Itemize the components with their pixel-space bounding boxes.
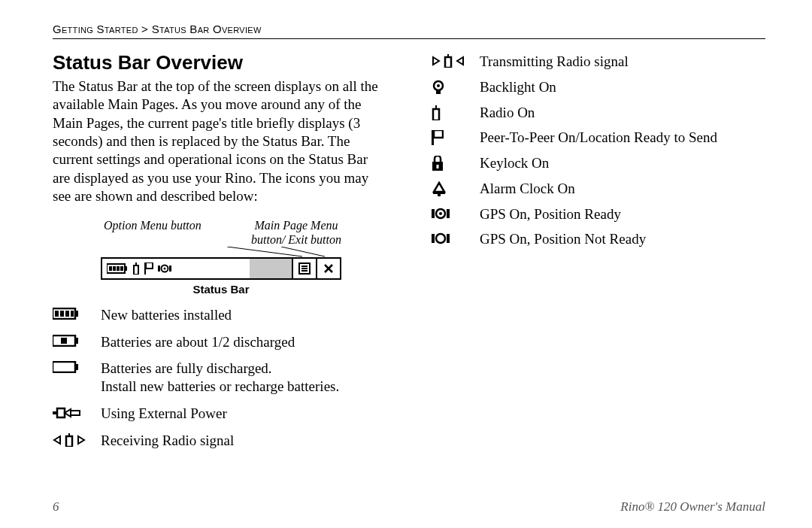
radio-on-icon <box>432 104 480 120</box>
svg-rect-6 <box>117 266 120 271</box>
svg-rect-4 <box>109 266 112 271</box>
page-number: 6 <box>53 499 59 514</box>
svg-rect-25 <box>60 311 64 317</box>
page-footer: 6 Rino® 120 Owner's Manual <box>53 499 765 514</box>
list-item: Keylock On <box>480 154 765 172</box>
list-item: Using External Power <box>101 405 386 423</box>
svg-rect-49 <box>433 192 445 194</box>
keylock-icon <box>432 154 480 171</box>
svg-rect-12 <box>158 266 160 272</box>
svg-point-41 <box>437 84 440 87</box>
peer-to-peer-icon <box>432 129 480 145</box>
breadcrumb-part2: Status Bar Overview <box>152 23 262 35</box>
breadcrumb-sep: > <box>138 23 152 35</box>
callout-option-menu: Option Menu button <box>101 219 201 247</box>
list-item: Batteries are fully discharged. Install … <box>101 360 386 396</box>
external-power-icon <box>53 405 101 420</box>
svg-rect-18 <box>301 268 308 269</box>
svg-rect-32 <box>75 364 78 370</box>
left-icon-list: New batteries installed Batteries are ab… <box>53 306 386 450</box>
svg-rect-48 <box>437 165 439 168</box>
list-item: Receiving Radio signal <box>101 432 386 450</box>
menu-icon <box>298 262 311 275</box>
svg-rect-24 <box>55 311 59 317</box>
battery-full-icon <box>53 306 101 320</box>
svg-rect-5 <box>113 266 116 271</box>
alarm-clock-icon <box>432 180 480 196</box>
svg-rect-9 <box>135 262 137 266</box>
list-item: Alarm Clock On <box>480 180 765 198</box>
breadcrumb-part1: Getting Started <box>53 23 138 35</box>
battery-half-icon <box>53 333 101 347</box>
intro-paragraph: The Status Bar at the top of the screen … <box>53 77 386 205</box>
flag-icon <box>144 262 153 275</box>
svg-rect-19 <box>301 270 308 272</box>
list-item: Backlight On <box>480 78 765 96</box>
columns: Status Bar Overview The Status Bar at th… <box>53 45 765 449</box>
page-title: Status Bar Overview <box>53 51 386 74</box>
exit-button[interactable] <box>316 259 340 278</box>
svg-rect-27 <box>71 311 74 317</box>
list-item: Peer-To-Peer On/Location Ready to Send <box>480 129 765 147</box>
list-item: Radio On <box>480 104 765 122</box>
svg-point-54 <box>439 212 442 215</box>
svg-rect-3 <box>125 266 127 271</box>
statusbar-spacer <box>250 259 292 278</box>
statusbar-left-icons <box>102 259 250 278</box>
left-column: Status Bar Overview The Status Bar at th… <box>53 45 386 449</box>
battery-empty-icon <box>53 360 101 373</box>
radio-icon <box>132 262 140 275</box>
gps-ready-icon <box>432 205 480 220</box>
svg-rect-31 <box>53 362 75 372</box>
transmitting-radio-icon <box>432 53 480 68</box>
svg-rect-38 <box>445 57 451 68</box>
svg-rect-52 <box>447 209 450 218</box>
statusbar-figure: Option Menu button Main Page Menu button… <box>101 219 341 296</box>
svg-rect-13 <box>169 266 171 272</box>
close-icon <box>323 262 335 275</box>
callout-right-line1: Main Page Menu <box>254 219 338 232</box>
list-item: Transmitting Radio signal <box>480 53 765 71</box>
svg-rect-55 <box>432 234 435 243</box>
svg-rect-29 <box>75 338 78 344</box>
svg-rect-30 <box>61 338 67 344</box>
svg-point-15 <box>164 267 166 269</box>
right-column: Transmitting Radio signal Backlight On R… <box>432 45 765 449</box>
svg-rect-11 <box>146 262 153 269</box>
statusbar-box <box>101 257 341 280</box>
callout-lines <box>101 247 341 257</box>
receiving-radio-icon <box>53 432 101 447</box>
svg-rect-36 <box>66 436 72 447</box>
option-menu-button[interactable] <box>292 259 316 278</box>
battery-icon <box>107 263 128 274</box>
callout-main-page-menu: Main Page Menu button/ Exit button <box>251 219 341 247</box>
svg-rect-37 <box>68 433 70 436</box>
breadcrumb: Getting Started > Status Bar Overview <box>53 23 765 35</box>
svg-rect-44 <box>435 105 437 109</box>
svg-rect-46 <box>434 130 443 138</box>
gps-icon <box>158 263 171 274</box>
svg-rect-51 <box>432 209 435 218</box>
svg-line-0 <box>227 247 302 256</box>
header-rule <box>53 38 765 39</box>
svg-rect-23 <box>75 311 78 317</box>
svg-rect-39 <box>447 54 449 57</box>
svg-rect-43 <box>433 109 439 120</box>
svg-rect-56 <box>447 234 450 243</box>
list-item: GPS On, Position Ready <box>480 205 765 223</box>
manual-name: Rino® 120 Owner's Manual <box>620 499 765 514</box>
manual-page: Getting Started > Status Bar Overview St… <box>0 0 812 528</box>
svg-rect-17 <box>301 266 308 267</box>
list-item: GPS On, Position Not Ready <box>480 230 765 248</box>
svg-line-1 <box>281 247 325 256</box>
svg-point-57 <box>436 234 445 243</box>
svg-rect-26 <box>65 311 69 317</box>
right-icon-list: Transmitting Radio signal Backlight On R… <box>432 53 765 248</box>
statusbar-caption: Status Bar <box>101 283 341 296</box>
callout-right-line2: button/ Exit button <box>251 233 341 246</box>
list-item: Batteries are about 1/2 discharged <box>101 333 386 351</box>
svg-rect-8 <box>134 266 138 275</box>
svg-rect-42 <box>436 90 441 94</box>
gps-not-ready-icon <box>432 230 480 245</box>
list-item: New batteries installed <box>101 306 386 324</box>
